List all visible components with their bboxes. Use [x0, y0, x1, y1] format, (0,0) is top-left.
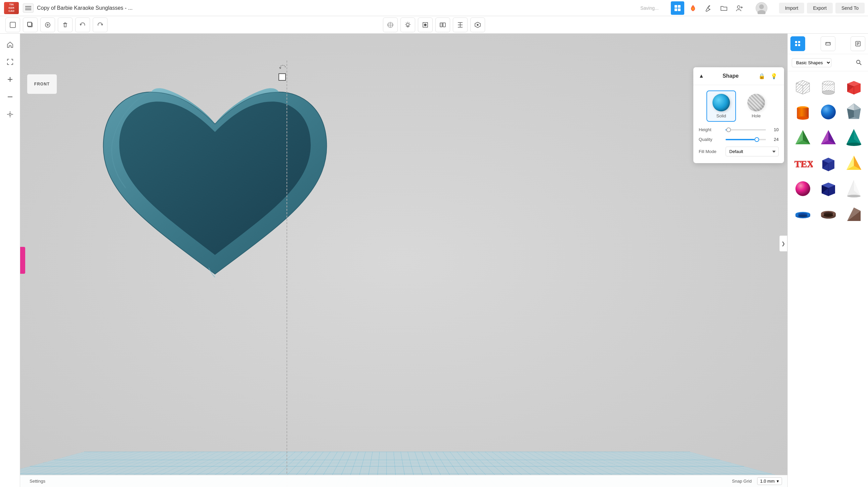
- canvas-area[interactable]: FRONT ▲ Shape 🔒 💡: [20, 34, 787, 487]
- add-user-btn[interactable]: [733, 1, 746, 15]
- right-grid-btn[interactable]: [790, 36, 805, 51]
- pink-object[interactable]: [20, 247, 25, 274]
- solid-option[interactable]: Solid: [706, 90, 736, 122]
- shape-text[interactable]: TEXT: [791, 151, 814, 175]
- shape-red-cube[interactable]: [842, 75, 866, 98]
- svg-line-59: [860, 63, 861, 65]
- shape-dark-blue-cube[interactable]: [816, 177, 840, 200]
- group-btn[interactable]: [470, 18, 485, 32]
- mirror-btn[interactable]: [435, 18, 450, 32]
- logo[interactable]: TIN KER CAD: [3, 1, 20, 15]
- heart-object[interactable]: [87, 51, 343, 306]
- saving-status: Saving...: [640, 5, 658, 11]
- shape-brown-torus[interactable]: [816, 202, 840, 226]
- fill-mode-row: Fill Mode Default Solid Wireframe: [699, 147, 779, 156]
- svg-rect-49: [798, 44, 800, 46]
- wrench-btn[interactable]: [702, 1, 715, 15]
- snap-grid-arrow: ▾: [777, 479, 779, 484]
- svg-point-64: [822, 90, 834, 94]
- height-value: 10: [769, 127, 779, 132]
- svg-rect-48: [795, 44, 797, 46]
- shape-teal-cone[interactable]: [842, 126, 866, 149]
- quality-label: Quality: [699, 137, 725, 142]
- zoom-out-btn[interactable]: [3, 89, 18, 104]
- shape-green-pyramid[interactable]: [791, 126, 814, 149]
- top-right-icons: [671, 1, 775, 15]
- delete-btn[interactable]: [58, 18, 72, 32]
- solid-label: Solid: [716, 113, 726, 118]
- shape-pink-sphere[interactable]: [791, 177, 814, 200]
- svg-point-75: [796, 181, 810, 196]
- fill-mode-label: Fill Mode: [699, 149, 725, 154]
- user-avatar[interactable]: [748, 1, 775, 15]
- svg-rect-1: [678, 5, 681, 8]
- settings-btn[interactable]: Settings: [26, 477, 50, 485]
- light-btn[interactable]: [400, 18, 415, 32]
- toolbar-center: [383, 18, 485, 32]
- hole-icon: [747, 94, 765, 111]
- shapes-search-btn[interactable]: [854, 58, 864, 67]
- fill-mode-select[interactable]: Default Solid Wireframe: [725, 147, 779, 156]
- svg-rect-30: [440, 23, 442, 27]
- svg-line-27: [409, 23, 410, 23]
- shape-white-cone[interactable]: [842, 177, 866, 200]
- export-btn[interactable]: Export: [807, 3, 832, 13]
- resize-handle[interactable]: [278, 73, 286, 81]
- hole-label: Hole: [752, 113, 761, 118]
- fire-btn[interactable]: [686, 1, 700, 15]
- right-top-toolbar: [788, 34, 868, 54]
- snap-grid-value[interactable]: 1.0 mm ▾: [757, 477, 782, 485]
- height-slider[interactable]: [725, 129, 766, 131]
- panel-light-btn[interactable]: 💡: [769, 71, 779, 81]
- fit-view-btn[interactable]: [3, 55, 18, 69]
- shapes-header: Basic Shapes: [788, 54, 868, 71]
- shape-orange-cylinder[interactable]: [791, 100, 814, 124]
- panel-lock-btn[interactable]: 🔒: [757, 71, 767, 81]
- shape-blue-ring[interactable]: [791, 202, 814, 226]
- shape-cylinder-striped[interactable]: [816, 75, 840, 98]
- panel-title: Shape: [722, 73, 739, 79]
- panel-collapse-btn[interactable]: ▲: [699, 73, 704, 79]
- svg-point-73: [846, 143, 861, 146]
- send-to-btn[interactable]: Send To: [835, 3, 865, 13]
- undo-btn[interactable]: [75, 18, 90, 32]
- shape-dark-box[interactable]: [816, 151, 840, 175]
- svg-rect-10: [10, 22, 16, 28]
- import-btn[interactable]: Import: [779, 3, 805, 13]
- panel-header: ▲ Shape 🔒 💡: [693, 67, 784, 85]
- zoom-in-btn[interactable]: [3, 72, 18, 87]
- shape-striped-cube[interactable]: [791, 75, 814, 98]
- transform-btn[interactable]: [3, 107, 18, 122]
- right-ruler-btn[interactable]: [820, 36, 835, 51]
- svg-rect-2: [675, 8, 677, 11]
- shape-crystal[interactable]: [842, 100, 866, 124]
- grid-view-btn[interactable]: [671, 1, 684, 15]
- align-btn[interactable]: [453, 18, 468, 32]
- shape-purple-pyramid[interactable]: [816, 126, 840, 149]
- view-cube-btn[interactable]: [383, 18, 398, 32]
- left-sidebar: [0, 34, 20, 487]
- menu-icon[interactable]: [23, 3, 34, 13]
- svg-point-69: [797, 116, 809, 120]
- panel-icons: 🔒 💡: [757, 71, 779, 81]
- snap-btn[interactable]: [418, 18, 433, 32]
- shape-blue-sphere[interactable]: [816, 100, 840, 124]
- svg-rect-88: [834, 213, 836, 216]
- rotation-handle[interactable]: [279, 64, 287, 72]
- hole-option[interactable]: Hole: [741, 90, 771, 122]
- copy-btn[interactable]: [40, 18, 55, 32]
- folder-btn[interactable]: [717, 1, 731, 15]
- shape-brown-wedge[interactable]: [842, 202, 866, 226]
- new-shape-btn[interactable]: [5, 18, 20, 32]
- bottom-bar: Settings Snap Grid 1.0 mm ▾: [20, 475, 787, 487]
- svg-point-29: [424, 24, 426, 26]
- shape-yellow-pyramid[interactable]: [842, 151, 866, 175]
- panel-collapse-btn[interactable]: ❯: [779, 235, 787, 252]
- right-notes-btn[interactable]: [850, 36, 865, 51]
- home-btn[interactable]: [3, 37, 18, 52]
- quality-slider[interactable]: [725, 139, 766, 140]
- svg-point-86: [824, 213, 833, 217]
- redo-btn[interactable]: [93, 18, 107, 32]
- duplicate-btn[interactable]: [23, 18, 38, 32]
- shapes-dropdown[interactable]: Basic Shapes: [792, 58, 831, 67]
